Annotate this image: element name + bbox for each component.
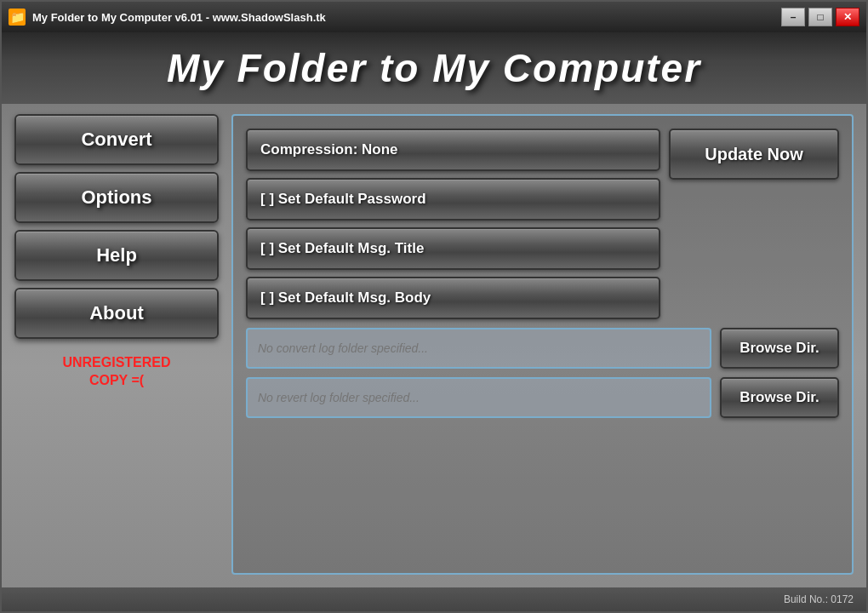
set-msg-title-button[interactable]: [ ] Set Default Msg. Title bbox=[246, 227, 660, 270]
app-title-area: My Folder to My Computer bbox=[2, 32, 866, 104]
about-button[interactable]: About bbox=[14, 288, 219, 339]
unregistered-line2: COPY =( bbox=[14, 372, 219, 390]
convert-log-input[interactable] bbox=[246, 328, 711, 369]
top-section: Compression: None [ ] Set Default Passwo… bbox=[246, 129, 839, 319]
options-button[interactable]: Options bbox=[14, 172, 219, 223]
status-bar: Build No.: 0172 bbox=[2, 587, 866, 611]
title-bar: 📁 My Folder to My Computer v6.01 - www.S… bbox=[2, 2, 866, 32]
right-panel: Compression: None [ ] Set Default Passwo… bbox=[231, 114, 854, 575]
left-panel: Convert Options Help About UNREGISTERED … bbox=[14, 114, 219, 575]
main-window: 📁 My Folder to My Computer v6.01 - www.S… bbox=[0, 0, 868, 613]
convert-button[interactable]: Convert bbox=[14, 114, 219, 165]
main-content: Convert Options Help About UNREGISTERED … bbox=[2, 104, 866, 587]
revert-log-row: Browse Dir. bbox=[246, 377, 839, 418]
compression-button[interactable]: Compression: None bbox=[246, 129, 660, 171]
update-now-button[interactable]: Update Now bbox=[669, 129, 839, 180]
unregistered-line1: UNREGISTERED bbox=[14, 354, 219, 372]
close-button[interactable]: ✕ bbox=[836, 8, 859, 26]
help-button[interactable]: Help bbox=[14, 230, 219, 281]
app-icon: 📁 bbox=[9, 9, 26, 26]
app-title: My Folder to My Computer bbox=[19, 45, 849, 91]
browse-convert-button[interactable]: Browse Dir. bbox=[720, 328, 839, 369]
options-column: Compression: None [ ] Set Default Passwo… bbox=[246, 129, 660, 319]
minimize-button[interactable]: – bbox=[781, 8, 805, 26]
convert-log-row: Browse Dir. bbox=[246, 328, 839, 369]
revert-log-input[interactable] bbox=[246, 377, 711, 418]
maximize-button[interactable]: □ bbox=[808, 8, 832, 26]
unregistered-notice: UNREGISTERED COPY =( bbox=[14, 354, 219, 390]
build-info: Build No.: 0172 bbox=[784, 593, 854, 605]
set-password-button[interactable]: [ ] Set Default Password bbox=[246, 178, 660, 221]
title-bar-text: My Folder to My Computer v6.01 - www.Sha… bbox=[32, 11, 781, 24]
set-msg-body-button[interactable]: [ ] Set Default Msg. Body bbox=[246, 277, 660, 319]
window-controls: – □ ✕ bbox=[781, 8, 859, 26]
browse-revert-button[interactable]: Browse Dir. bbox=[720, 377, 839, 418]
